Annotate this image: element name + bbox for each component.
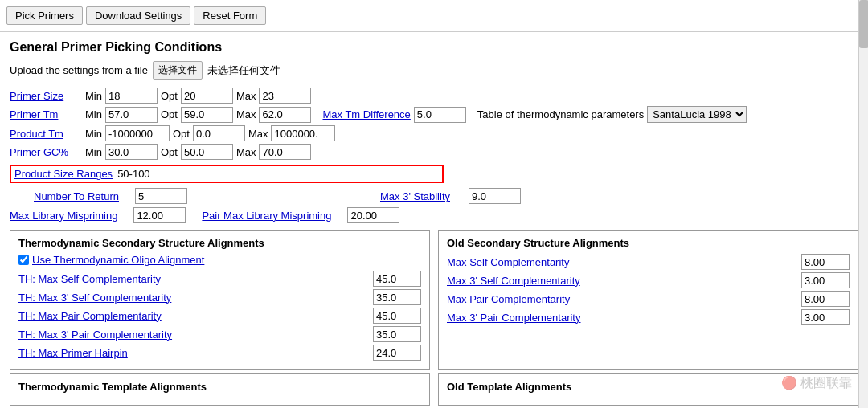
product-tm-opt-label: Opt	[173, 128, 190, 140]
product-tm-opt-input[interactable]	[193, 125, 245, 141]
thermo-rows: TH: Max Self Complementarity TH: Max 3' …	[18, 271, 421, 361]
old-row-input-1[interactable]	[801, 272, 850, 288]
bottom-partial: Thermodynamic Template Alignments Old Te…	[10, 373, 858, 406]
old-row-label-3[interactable]: Max 3' Pair Complementarity	[447, 312, 580, 324]
thermo-panel: Thermodynamic Secondary Structure Alignm…	[10, 230, 430, 370]
watermark: 🔴 桃圈联靠	[781, 375, 852, 392]
thermo-checkbox-label[interactable]: Use Thermodynamic Oligo Alignment	[32, 254, 204, 266]
old-row: Max Pair Complementarity	[447, 291, 850, 307]
thermo-row-label-0[interactable]: TH: Max Self Complementarity	[18, 273, 161, 285]
thermo-checkbox[interactable]	[18, 255, 29, 265]
old-rows: Max Self Complementarity Max 3' Self Com…	[447, 254, 850, 325]
primer-size-opt-input[interactable]	[181, 88, 233, 104]
primer-size-max-input[interactable]	[259, 88, 311, 104]
main-content: General Primer Picking Conditions Upload…	[0, 32, 868, 408]
primer-tm-opt-label: Opt	[161, 108, 178, 120]
old-row: Max 3' Pair Complementarity	[447, 309, 850, 325]
reset-form-button[interactable]: Reset Form	[194, 6, 266, 25]
upload-label: Upload the settings from a file	[10, 64, 148, 76]
product-tm-min-input[interactable]	[105, 125, 170, 141]
thermo-row-label-2[interactable]: TH: Max Pair Complementarity	[18, 310, 162, 322]
row3: Max Library Mispriming Pair Max Library …	[10, 207, 858, 223]
old-row-label-2[interactable]: Max Pair Complementarity	[447, 293, 570, 305]
row2: Number To Return Max 3' Stability	[10, 188, 858, 204]
primer-tm-min-input[interactable]	[105, 107, 158, 123]
thermo-row-input-3[interactable]	[373, 326, 421, 342]
max-3prime-stability-input[interactable]	[469, 188, 521, 204]
table-thermo-label: Table of thermodynamic parameters	[477, 108, 644, 120]
primer-gc-label[interactable]: Primer GC%	[10, 146, 82, 158]
primer-size-min-input[interactable]	[105, 88, 158, 104]
thermo-row-input-4[interactable]	[373, 345, 421, 361]
primer-tm-min-label: Min	[85, 108, 102, 120]
primer-gc-opt-input[interactable]	[181, 144, 233, 160]
primer-gc-max-label: Max	[236, 146, 256, 158]
old-row-input-2[interactable]	[801, 291, 850, 307]
old-row-label-0[interactable]: Max Self Complementarity	[447, 256, 569, 268]
thermo-row-label-3[interactable]: TH: Max 3' Pair Complementarity	[18, 328, 172, 341]
primer-tm-max-input[interactable]	[259, 107, 311, 123]
old-panel: Old Secondary Structure Alignments Max S…	[438, 230, 858, 370]
old-row: Max Self Complementarity	[447, 254, 850, 270]
thermo-row-input-2[interactable]	[373, 308, 421, 324]
pair-max-library-mispriming-input[interactable]	[347, 207, 399, 223]
primer-tm-row: Primer Tm Min Opt Max Max Tm Difference …	[10, 106, 858, 123]
thermo-row-label-1[interactable]: TH: Max 3' Self Complementarity	[18, 292, 171, 304]
product-tm-row: Product Tm Min Opt Max	[10, 125, 858, 141]
number-to-return-label[interactable]: Number To Return	[34, 190, 119, 202]
pair-max-library-mispriming-label[interactable]: Pair Max Library Mispriming	[202, 210, 331, 222]
product-tm-label[interactable]: Product Tm	[10, 128, 82, 140]
max-library-mispriming-label[interactable]: Max Library Mispriming	[10, 210, 117, 222]
max-3prime-stability-label[interactable]: Max 3' Stability	[380, 190, 452, 202]
two-panel: Thermodynamic Secondary Structure Alignm…	[10, 230, 858, 370]
primer-tm-label[interactable]: Primer Tm	[10, 108, 82, 120]
max-tm-diff-label[interactable]: Max Tm Difference	[322, 108, 410, 120]
old-row-label-1[interactable]: Max 3' Self Complementarity	[447, 275, 580, 287]
thermo-row: TH: Max 3' Pair Complementarity	[18, 326, 421, 342]
product-tm-max-input[interactable]	[271, 125, 335, 141]
file-chooser-button[interactable]: 选择文件	[153, 61, 203, 80]
thermo-row-input-1[interactable]	[373, 289, 421, 305]
primer-gc-min-label: Min	[85, 146, 102, 158]
product-size-box: Product Size Ranges	[10, 165, 444, 183]
primer-gc-min-input[interactable]	[105, 144, 158, 160]
old-row-input-0[interactable]	[801, 254, 850, 270]
primer-gc-max-input[interactable]	[259, 144, 311, 160]
no-file-label: 未选择任何文件	[207, 63, 280, 78]
product-size-ranges-input[interactable]	[117, 168, 439, 180]
max-library-mispriming-input[interactable]	[133, 207, 186, 223]
product-size-ranges-label[interactable]: Product Size Ranges	[14, 168, 113, 180]
thermo-row: TH: Max Pair Complementarity	[18, 308, 421, 324]
primer-size-row: Primer Size Min Opt Max	[10, 88, 858, 104]
primer-tm-opt-input[interactable]	[181, 107, 233, 123]
old-panel-title: Old Secondary Structure Alignments	[447, 237, 850, 249]
upload-row: Upload the settings from a file 选择文件 未选择…	[10, 61, 858, 80]
page-title: General Primer Picking Conditions	[10, 40, 858, 55]
primer-size-label[interactable]: Primer Size	[10, 90, 82, 102]
primer-tm-max-label: Max	[236, 108, 256, 120]
thermo-checkbox-row: Use Thermodynamic Oligo Alignment	[18, 254, 421, 266]
primer-size-min-label: Min	[85, 90, 102, 102]
toolbar: Pick Primers Download Settings Reset For…	[0, 0, 868, 32]
primer-gc-opt-label: Opt	[161, 146, 178, 158]
product-tm-min-label: Min	[85, 128, 102, 140]
product-tm-max-label: Max	[248, 128, 268, 140]
bottom-left-panel: Thermodynamic Template Alignments	[10, 373, 430, 406]
bottom-left-title: Thermodynamic Template Alignments	[18, 381, 421, 393]
thermo-row-label-4[interactable]: TH: Max Primer Hairpin	[18, 347, 128, 359]
number-to-return-input[interactable]	[135, 188, 187, 204]
old-row-input-3[interactable]	[801, 309, 850, 325]
thermo-row: TH: Max Primer Hairpin	[18, 345, 421, 361]
primer-gc-row: Primer GC% Min Opt Max	[10, 144, 858, 160]
thermo-row: TH: Max 3' Self Complementarity	[18, 289, 421, 305]
download-settings-button[interactable]: Download Settings	[86, 6, 190, 25]
table-thermo-select[interactable]: SantaLucia 1998	[647, 106, 747, 123]
thermo-row-input-0[interactable]	[373, 271, 421, 287]
thermo-panel-title: Thermodynamic Secondary Structure Alignm…	[18, 237, 421, 249]
pick-primers-button[interactable]: Pick Primers	[6, 6, 83, 25]
max-tm-diff-input[interactable]	[414, 107, 466, 123]
old-row: Max 3' Self Complementarity	[447, 272, 850, 288]
product-size-ranges-row: Product Size Ranges	[10, 165, 858, 183]
thermo-row: TH: Max Self Complementarity	[18, 271, 421, 287]
primer-size-max-label: Max	[236, 90, 256, 102]
